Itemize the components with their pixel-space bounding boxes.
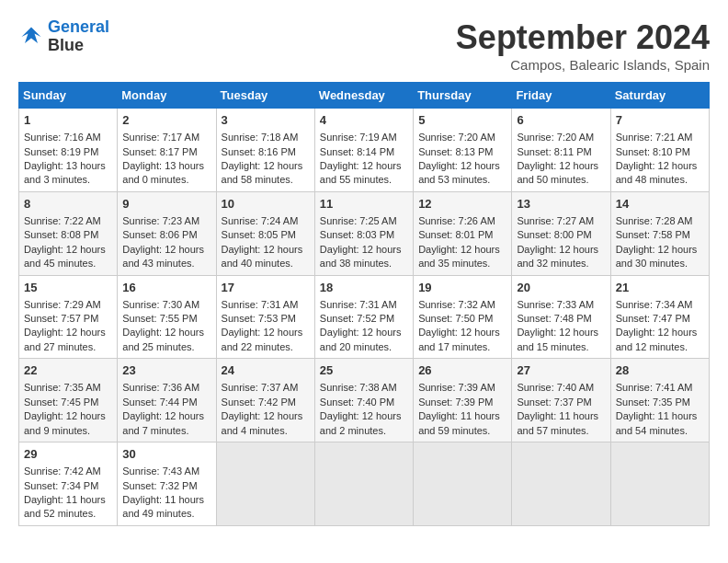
daylight-label: Daylight: 11 hours and 59 minutes. <box>418 410 500 435</box>
sunrise-text: Sunrise: 7:39 AM <box>418 382 495 393</box>
daylight-label: Daylight: 12 hours and 4 minutes. <box>222 410 303 435</box>
sunrise-text: Sunrise: 7:28 AM <box>616 215 693 226</box>
sunset-text: Sunset: 7:52 PM <box>320 313 394 324</box>
page-header: GeneralBlue September 2024 Campos, Balea… <box>18 18 710 73</box>
sunrise-text: Sunrise: 7:38 AM <box>320 382 397 393</box>
logo: GeneralBlue <box>18 18 109 55</box>
day-number: 19 <box>418 280 506 296</box>
daylight-label: Daylight: 12 hours and 45 minutes. <box>24 244 106 269</box>
sunrise-text: Sunrise: 7:23 AM <box>122 215 199 226</box>
day-number: 1 <box>24 112 112 129</box>
sunrise-text: Sunrise: 7:29 AM <box>24 299 101 310</box>
day-number: 16 <box>122 280 210 296</box>
weekday-header-row: Sunday Monday Tuesday Wednesday Thursday… <box>19 83 710 109</box>
calendar-week-row: 29Sunrise: 7:42 AMSunset: 7:34 PMDayligh… <box>19 442 710 526</box>
sunrise-text: Sunrise: 7:17 AM <box>122 132 199 143</box>
sunrise-text: Sunrise: 7:34 AM <box>616 299 693 310</box>
sunrise-text: Sunrise: 7:40 AM <box>517 382 594 393</box>
table-row: 22Sunrise: 7:35 AMSunset: 7:45 PMDayligh… <box>19 359 118 442</box>
table-row: 10Sunrise: 7:24 AMSunset: 8:05 PMDayligh… <box>216 191 314 275</box>
day-number: 6 <box>517 112 605 129</box>
day-number: 4 <box>320 112 408 129</box>
table-row: 5Sunrise: 7:20 AMSunset: 8:13 PMDaylight… <box>414 109 512 192</box>
table-row: 19Sunrise: 7:32 AMSunset: 7:50 PMDayligh… <box>414 275 512 359</box>
daylight-label: Daylight: 11 hours and 52 minutes. <box>24 494 106 519</box>
daylight-label: Daylight: 12 hours and 27 minutes. <box>24 327 106 351</box>
table-row <box>216 442 314 526</box>
sunset-text: Sunset: 7:37 PM <box>517 396 591 408</box>
sunrise-text: Sunrise: 7:22 AM <box>24 215 101 226</box>
table-row: 7Sunrise: 7:21 AMSunset: 8:10 PMDaylight… <box>610 109 709 192</box>
sunrise-text: Sunrise: 7:35 AM <box>24 382 101 393</box>
table-row: 26Sunrise: 7:39 AMSunset: 7:39 PMDayligh… <box>414 359 512 442</box>
sunset-text: Sunset: 7:42 PM <box>222 396 296 408</box>
table-row: 23Sunrise: 7:36 AMSunset: 7:44 PMDayligh… <box>118 359 216 442</box>
sunrise-text: Sunrise: 7:25 AM <box>320 215 397 226</box>
logo-icon <box>18 24 44 50</box>
daylight-label: Daylight: 12 hours and 50 minutes. <box>517 160 598 185</box>
sunset-text: Sunset: 7:39 PM <box>418 396 493 408</box>
sunset-text: Sunset: 8:00 PM <box>517 229 591 240</box>
daylight-label: Daylight: 12 hours and 22 minutes. <box>222 327 303 351</box>
table-row: 13Sunrise: 7:27 AMSunset: 8:00 PMDayligh… <box>512 191 610 275</box>
table-row: 11Sunrise: 7:25 AMSunset: 8:03 PMDayligh… <box>314 191 413 275</box>
header-monday: Monday <box>118 83 216 109</box>
table-row: 12Sunrise: 7:26 AMSunset: 8:01 PMDayligh… <box>414 191 512 275</box>
day-number: 7 <box>616 112 704 129</box>
sunset-text: Sunset: 7:53 PM <box>222 313 296 324</box>
sunrise-text: Sunrise: 7:20 AM <box>418 132 495 143</box>
daylight-label: Daylight: 13 hours and 3 minutes. <box>24 160 106 185</box>
table-row <box>314 442 413 526</box>
table-row: 27Sunrise: 7:40 AMSunset: 7:37 PMDayligh… <box>512 359 610 442</box>
table-row: 30Sunrise: 7:43 AMSunset: 7:32 PMDayligh… <box>118 442 216 526</box>
sunset-text: Sunset: 7:44 PM <box>122 396 197 408</box>
day-number: 27 <box>517 362 605 379</box>
daylight-label: Daylight: 12 hours and 7 minutes. <box>122 410 204 435</box>
table-row: 6Sunrise: 7:20 AMSunset: 8:11 PMDaylight… <box>512 109 610 192</box>
header-thursday: Thursday <box>414 83 512 109</box>
sunset-text: Sunset: 7:47 PM <box>616 313 690 324</box>
day-number: 24 <box>222 362 310 379</box>
day-number: 22 <box>24 362 112 379</box>
sunset-text: Sunset: 7:35 PM <box>616 396 690 408</box>
header-saturday: Saturday <box>610 83 709 109</box>
table-row: 20Sunrise: 7:33 AMSunset: 7:48 PMDayligh… <box>512 275 610 359</box>
day-number: 23 <box>122 362 210 379</box>
sunrise-text: Sunrise: 7:41 AM <box>616 382 693 393</box>
table-row: 21Sunrise: 7:34 AMSunset: 7:47 PMDayligh… <box>610 275 709 359</box>
day-number: 26 <box>418 362 506 379</box>
sunset-text: Sunset: 7:32 PM <box>122 480 197 491</box>
sunrise-text: Sunrise: 7:18 AM <box>222 132 299 143</box>
header-friday: Friday <box>512 83 610 109</box>
daylight-label: Daylight: 12 hours and 25 minutes. <box>122 327 204 351</box>
day-number: 28 <box>616 362 704 379</box>
sunrise-text: Sunrise: 7:37 AM <box>222 382 299 393</box>
calendar-week-row: 1Sunrise: 7:16 AMSunset: 8:19 PMDaylight… <box>19 109 710 192</box>
day-number: 10 <box>222 196 310 213</box>
day-number: 15 <box>24 280 112 296</box>
sunset-text: Sunset: 8:16 PM <box>222 146 296 157</box>
daylight-label: Daylight: 12 hours and 35 minutes. <box>418 244 500 269</box>
sunset-text: Sunset: 7:40 PM <box>320 396 394 408</box>
header-sunday: Sunday <box>19 83 118 109</box>
sunset-text: Sunset: 7:57 PM <box>24 313 98 324</box>
day-number: 11 <box>320 196 408 213</box>
table-row: 18Sunrise: 7:31 AMSunset: 7:52 PMDayligh… <box>314 275 413 359</box>
daylight-label: Daylight: 12 hours and 9 minutes. <box>24 410 106 435</box>
sunset-text: Sunset: 8:11 PM <box>517 146 591 157</box>
table-row: 15Sunrise: 7:29 AMSunset: 7:57 PMDayligh… <box>19 275 118 359</box>
sunset-text: Sunset: 8:19 PM <box>24 146 98 157</box>
day-number: 21 <box>616 280 704 296</box>
daylight-label: Daylight: 12 hours and 48 minutes. <box>616 160 698 185</box>
sunset-text: Sunset: 8:13 PM <box>418 146 493 157</box>
table-row: 4Sunrise: 7:19 AMSunset: 8:14 PMDaylight… <box>314 109 413 192</box>
title-section: September 2024 Campos, Balearic Islands,… <box>456 18 710 73</box>
sunset-text: Sunset: 8:10 PM <box>616 146 690 157</box>
day-number: 20 <box>517 280 605 296</box>
sunset-text: Sunset: 7:55 PM <box>122 313 197 324</box>
sunset-text: Sunset: 8:14 PM <box>320 146 394 157</box>
sunset-text: Sunset: 8:08 PM <box>24 229 98 240</box>
sunrise-text: Sunrise: 7:27 AM <box>517 215 594 226</box>
daylight-label: Daylight: 12 hours and 2 minutes. <box>320 410 402 435</box>
day-number: 8 <box>24 196 112 213</box>
